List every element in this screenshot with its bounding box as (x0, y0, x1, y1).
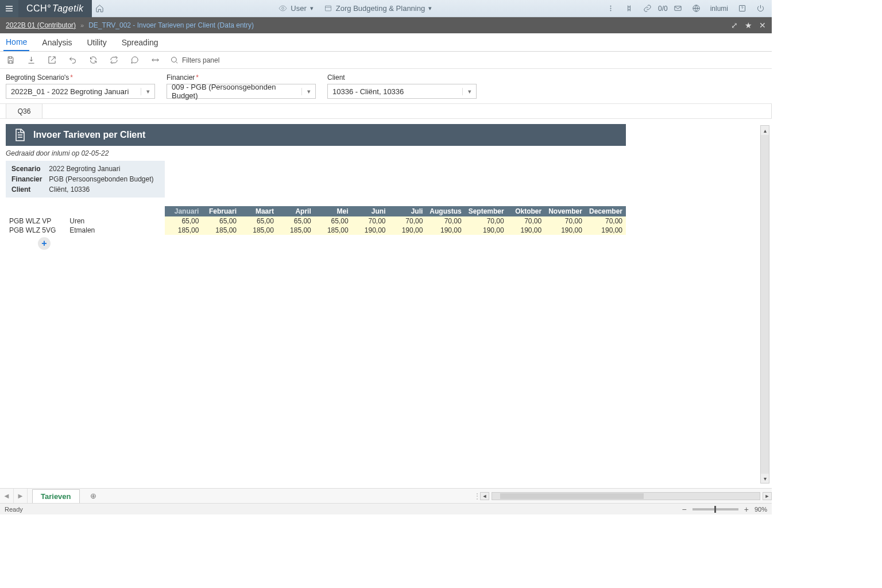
data-cell[interactable]: 185,00 (277, 226, 315, 235)
scenario-value: 2022B_01 - 2022 Begroting Januari (6, 87, 141, 96)
data-cell[interactable]: 190,00 (465, 226, 508, 235)
expand-icon[interactable]: ⤢ (731, 21, 738, 30)
mail-icon[interactable] (670, 4, 686, 13)
data-cell[interactable]: 185,00 (315, 226, 352, 235)
settings-icon[interactable] (621, 4, 637, 13)
save-icon[interactable] (5, 55, 16, 66)
info-icon[interactable] (603, 4, 619, 13)
process-menu[interactable]: Zorg Budgeting & Planning ▾ (320, 4, 435, 13)
add-row-button[interactable]: + (38, 237, 51, 250)
data-cell[interactable]: 185,00 (165, 226, 202, 235)
sheet-title: Invoer Tarieven per Client (33, 130, 145, 140)
data-cell[interactable]: 70,00 (352, 216, 389, 226)
svg-point-8 (172, 57, 177, 63)
hscroll-right[interactable]: ► (763, 492, 772, 500)
globe-icon[interactable] (688, 4, 705, 13)
hscroll-left[interactable]: ◄ (480, 492, 489, 500)
sheet-tab-tarieven[interactable]: Tarieven (32, 489, 80, 503)
data-cell[interactable]: 65,00 (277, 216, 315, 226)
home-icon[interactable] (92, 4, 108, 13)
month-header: Oktober (508, 206, 545, 216)
sync-icon[interactable] (108, 55, 119, 66)
financier-select[interactable]: 009 - PGB (Persoonsgebonden Budget) ▾ (167, 84, 316, 99)
chevron-down-icon[interactable]: ▾ (301, 88, 315, 95)
comment-icon[interactable] (129, 55, 140, 66)
data-cell[interactable]: 70,00 (545, 216, 586, 226)
data-cell[interactable]: 65,00 (240, 216, 277, 226)
tab-spreading[interactable]: Spreading (119, 34, 161, 51)
month-header: September (465, 206, 508, 216)
status-bar: Ready − + 90% (0, 503, 772, 514)
refresh-icon[interactable] (87, 55, 99, 66)
month-header: Januari (165, 206, 202, 216)
data-cell[interactable]: 190,00 (352, 226, 389, 235)
breadcrumb-2[interactable]: DE_TRV_002 - Invoer Tarieven per Client … (88, 21, 254, 29)
chevron-down-icon[interactable]: ▾ (462, 88, 476, 95)
splitter-grip[interactable]: ⋮ (473, 492, 478, 501)
data-cell[interactable]: 65,00 (202, 216, 240, 226)
meta-scenario-val: 2022 Begroting Januari (49, 164, 159, 173)
data-cell[interactable]: 190,00 (389, 226, 426, 235)
power-icon[interactable] (752, 4, 768, 13)
zoom-slider[interactable] (693, 508, 738, 510)
month-header: Augustus (426, 206, 465, 216)
close-icon[interactable]: ✕ (759, 21, 766, 30)
cell-reference-row: Q36 (0, 104, 772, 119)
undo-icon[interactable] (67, 55, 78, 66)
username[interactable]: inlumi (707, 5, 732, 13)
chevron-down-icon: ▾ (428, 5, 432, 12)
zoom-in-button[interactable]: + (742, 505, 751, 514)
vertical-scrollbar[interactable]: ▴ ▾ (760, 125, 769, 483)
client-select[interactable]: 10336 - Cliënt, 10336 ▾ (327, 84, 477, 99)
help-icon[interactable] (734, 4, 750, 13)
data-cell[interactable]: 70,00 (586, 216, 626, 226)
scenario-select[interactable]: 2022B_01 - 2022 Begroting Januari ▾ (6, 84, 155, 99)
data-cell[interactable]: 65,00 (165, 216, 202, 226)
menu-button[interactable] (0, 0, 18, 17)
tab-nav-next[interactable]: ► (14, 489, 28, 504)
horizontal-scrollbar[interactable] (492, 492, 760, 500)
download-icon[interactable] (25, 55, 37, 66)
data-grid: JanuariFebruariMaartAprilMeiJuniJuliAugu… (6, 206, 626, 235)
data-cell[interactable]: 190,00 (508, 226, 545, 235)
data-cell[interactable]: 70,00 (508, 216, 545, 226)
user-menu[interactable]: User ▾ (275, 4, 316, 13)
data-cell[interactable]: 70,00 (426, 216, 465, 226)
data-cell[interactable]: 65,00 (315, 216, 352, 226)
zoom-level: 90% (755, 506, 767, 513)
financier-label: Financier* (167, 74, 316, 82)
meta-scenario-key: Scenario (11, 164, 48, 173)
add-sheet-button[interactable]: ⊕ (90, 492, 96, 500)
tab-home[interactable]: Home (3, 34, 29, 51)
data-cell[interactable]: 185,00 (240, 226, 277, 235)
month-header: Juli (389, 206, 426, 216)
tab-nav-prev[interactable]: ◄ (0, 489, 14, 504)
data-cell[interactable]: 190,00 (426, 226, 465, 235)
formula-bar[interactable] (42, 104, 772, 118)
tab-analysis[interactable]: Analysis (40, 34, 74, 51)
svg-point-2 (610, 6, 611, 6)
chevron-down-icon[interactable]: ▾ (141, 88, 154, 95)
data-cell[interactable]: 185,00 (202, 226, 240, 235)
data-cell[interactable]: 190,00 (545, 226, 586, 235)
data-cell[interactable]: 70,00 (465, 216, 508, 226)
svg-point-3 (610, 8, 611, 9)
zoom-out-button[interactable]: − (680, 505, 689, 514)
data-cell[interactable]: 70,00 (389, 216, 426, 226)
tab-utility[interactable]: Utility (85, 34, 109, 51)
table-row: PGB WLZ VPUren65,0065,0065,0065,0065,007… (6, 216, 626, 226)
scroll-down-icon[interactable]: ▾ (761, 474, 769, 483)
cell-reference[interactable]: Q36 (6, 104, 42, 118)
link-icon[interactable] (640, 4, 656, 13)
star-icon[interactable]: ★ (745, 21, 752, 30)
export-icon[interactable] (46, 55, 57, 66)
data-cell[interactable]: 190,00 (586, 226, 626, 235)
brand-part1: CCH (26, 3, 47, 14)
swap-icon[interactable] (149, 55, 161, 66)
breadcrumb-1[interactable]: 2022B 01 (Contributor) (6, 21, 76, 29)
scroll-up-icon[interactable]: ▴ (761, 126, 769, 135)
row-label: PGB WLZ 5VG (6, 226, 66, 235)
filters-panel-button[interactable]: Filters panel (170, 56, 219, 64)
meta-client-key: Client (11, 185, 48, 194)
table-row: PGB WLZ 5VGEtmalen185,00185,00185,00185,… (6, 226, 626, 235)
